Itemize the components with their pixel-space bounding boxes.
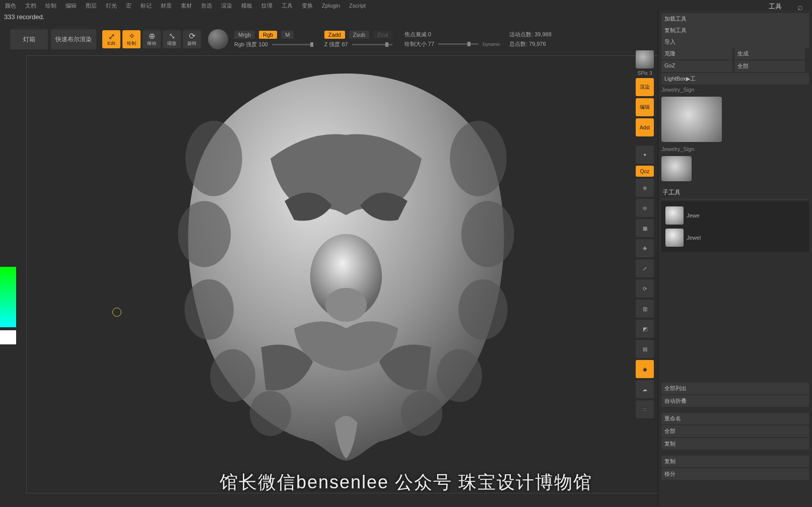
svg-point-9 <box>401 391 443 436</box>
panel-btn[interactable]: 自动折叠 <box>661 395 809 407</box>
floor-icon[interactable]: ▤ <box>636 340 654 358</box>
zoom-out-icon[interactable]: ⊖ <box>636 199 654 217</box>
xpose-icon[interactable]: ☁ <box>636 380 654 398</box>
m-toggle[interactable]: M <box>281 31 294 39</box>
panel-复制工具[interactable]: 复制工具 <box>661 25 809 36</box>
tool-Edit[interactable]: ⤢Edit <box>102 30 120 48</box>
menu-灯光[interactable]: 灯光 <box>106 2 117 10</box>
menu-宏[interactable]: 宏 <box>126 2 131 10</box>
lightbox-tools[interactable]: LightBox▶工 <box>661 73 809 85</box>
tool-移动[interactable]: ⊕移动 <box>143 30 161 48</box>
menu-文档[interactable]: 文档 <box>25 2 36 10</box>
panel-btn[interactable]: 全部列出 <box>661 383 809 394</box>
menu-材质[interactable]: 材质 <box>161 2 172 10</box>
brush-cursor-icon <box>112 308 121 317</box>
panel-btn <box>661 451 809 455</box>
mrgb-toggle[interactable]: Mrgb <box>234 31 255 39</box>
lightbox-button[interactable]: 灯箱 <box>10 29 48 49</box>
jewelry-label: Jewelry_Sign <box>661 87 809 93</box>
menu-工具[interactable]: 工具 <box>282 2 293 10</box>
rgb-toggle[interactable]: Rgb <box>259 31 277 39</box>
subtool-item[interactable]: Jewe <box>664 204 806 227</box>
panel-btn[interactable]: 全部 <box>661 425 809 437</box>
menu-Zscript[interactable]: Zscript <box>349 3 366 9</box>
rt-edit[interactable]: 编辑 <box>636 98 654 116</box>
focal-shift-label: 焦点衰减 0 <box>404 31 431 38</box>
panel-导入[interactable]: 导入 <box>661 36 809 48</box>
menu-编辑[interactable]: 编辑 <box>65 2 77 10</box>
total-points: 总点数: 79,976 <box>509 40 552 48</box>
zadd-toggle[interactable]: Zadd <box>324 31 345 39</box>
panel-生成[interactable]: 生成 <box>734 48 805 59</box>
frame-icon[interactable]: ▦ <box>636 219 654 237</box>
menu-标记[interactable]: 标记 <box>141 2 152 10</box>
menu-颜色[interactable]: 颜色 <box>5 2 16 10</box>
brush-thumb[interactable] <box>636 50 654 68</box>
z-intensity-label: Z 强度 87 <box>324 41 348 48</box>
panel-GoZ[interactable]: GoZ <box>661 60 732 72</box>
grid-icon[interactable]: ▥ <box>636 300 654 318</box>
panel-btn[interactable]: 复制 <box>661 456 809 467</box>
menu-纹理[interactable]: 纹理 <box>261 2 273 10</box>
panel-克隆[interactable]: 克隆 <box>661 48 732 59</box>
tool-旋转[interactable]: ⟳旋转 <box>183 30 201 48</box>
menu-素材[interactable]: 素材 <box>181 2 192 10</box>
panel-btn[interactable]: 复制 <box>661 438 809 450</box>
tool-绘制[interactable]: ✧绘制 <box>122 30 141 48</box>
svg-point-1 <box>450 121 507 196</box>
persp-icon[interactable]: ◩ <box>636 320 654 338</box>
svg-point-0 <box>185 121 242 196</box>
menu-变换[interactable]: 变换 <box>302 2 313 10</box>
spix-label: SPix 3 <box>638 70 652 76</box>
material-sphere[interactable] <box>208 29 228 49</box>
svg-point-7 <box>437 349 482 402</box>
svg-point-4 <box>184 279 234 340</box>
svg-point-6 <box>210 349 255 402</box>
tool-preview-2[interactable] <box>661 156 692 181</box>
rt-adst[interactable]: Adst <box>636 118 654 136</box>
svg-point-2 <box>178 201 231 267</box>
z-intensity-slider[interactable] <box>352 44 392 45</box>
panel-加载工具[interactable]: 加载工具 <box>661 13 809 25</box>
ghost-icon[interactable]: ∷ <box>636 400 654 418</box>
tool-preview-1[interactable] <box>661 97 722 142</box>
tool-缩放[interactable]: ⤡缩放 <box>163 30 181 48</box>
qoz-button[interactable]: Qoz <box>636 166 654 177</box>
panel-全部[interactable]: 全部 <box>734 60 805 72</box>
draw-size-slider[interactable] <box>438 43 479 45</box>
zsub-toggle[interactable]: Zsub <box>349 31 369 39</box>
rt-render[interactable]: 渲染 <box>636 78 654 96</box>
scale-icon[interactable]: ⤢ <box>636 259 654 277</box>
zoom-in-icon[interactable]: ⊕ <box>636 179 654 197</box>
bool-render-button[interactable]: 快速布尔渲染 <box>51 29 96 49</box>
menu-首选[interactable]: 首选 <box>201 2 212 10</box>
header-toolbar: 灯箱 快速布尔渲染 ⤢Edit✧绘制⊕移动⤡缩放⟳旋转 Mrgb Rgb M R… <box>0 24 656 54</box>
solo-icon[interactable]: ◉ <box>636 360 654 378</box>
subtool-header[interactable]: 子工具 <box>661 186 809 199</box>
panel-btn[interactable]: 重命名 <box>661 413 809 424</box>
panel-btn[interactable]: 移分 <box>661 468 809 480</box>
menu-图层[interactable]: 图层 <box>86 2 97 10</box>
menu-绘制[interactable]: 绘制 <box>45 2 56 10</box>
viewport[interactable] <box>26 55 666 493</box>
subtool-list: JeweJewel <box>661 201 809 252</box>
svg-point-5 <box>458 279 508 340</box>
sculpt-mesh[interactable] <box>157 61 535 464</box>
symmetry-icon[interactable]: ✦ <box>636 146 654 164</box>
menu-渲染[interactable]: 渲染 <box>221 2 232 10</box>
rgb-intensity-slider[interactable] <box>272 44 312 45</box>
tool-panel: 加载工具复制工具导入 克隆生成GoZ全部 LightBox▶工 Jewelry_… <box>658 10 812 507</box>
svg-point-3 <box>461 201 514 267</box>
menu-模板[interactable]: 模板 <box>241 2 252 10</box>
move-icon[interactable]: ✥ <box>636 239 654 257</box>
zcut-toggle[interactable]: Zcut <box>373 31 392 39</box>
subtool-item[interactable]: Jewel <box>664 227 806 249</box>
menu-Zplugin[interactable]: Zplugin <box>322 3 340 9</box>
svg-point-11 <box>325 288 367 322</box>
dynamic-label: Dynamic <box>483 42 500 47</box>
rotate-icon[interactable]: ⟳ <box>636 279 654 298</box>
color-picker[interactable] <box>0 267 16 344</box>
panel-btn <box>661 408 809 412</box>
svg-point-8 <box>250 391 292 436</box>
menu-bar: 颜色文档绘制编辑图层灯光宏标记材质素材首选渲染模板纹理工具变换ZpluginZs… <box>0 0 812 11</box>
